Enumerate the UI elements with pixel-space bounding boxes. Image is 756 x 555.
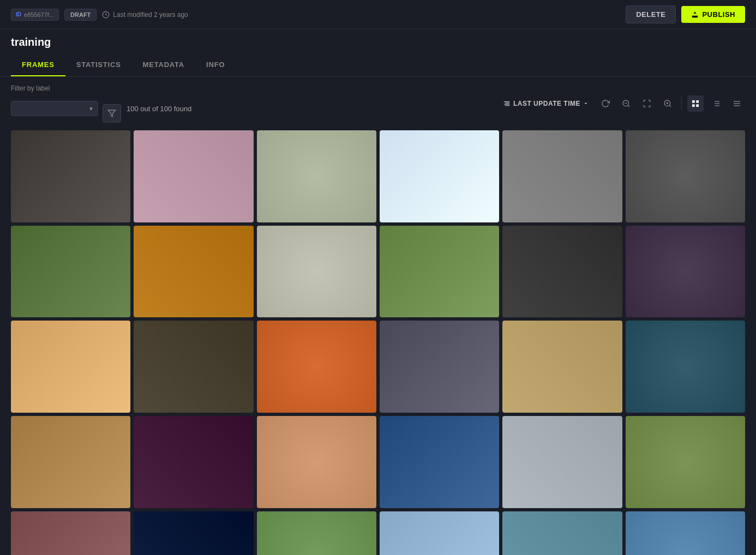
publish-label: PUBLISH	[702, 10, 735, 19]
zoom-out-icon	[622, 99, 631, 108]
grid-item[interactable]	[11, 416, 130, 508]
label-filter-wrapper: ▼	[11, 101, 98, 116]
grid-item[interactable]	[380, 511, 499, 555]
svg-rect-13	[692, 100, 695, 103]
grid-item[interactable]	[134, 511, 253, 555]
more-icon	[733, 99, 741, 108]
grid-item[interactable]	[257, 321, 376, 413]
grid-item[interactable]	[134, 226, 253, 318]
grid-item[interactable]	[11, 226, 130, 318]
tab-info[interactable]: INFO	[195, 54, 236, 76]
grid-item[interactable]	[502, 321, 622, 413]
grid-item[interactable]	[134, 130, 253, 222]
grid-item[interactable]	[380, 416, 499, 508]
grid-item[interactable]	[380, 226, 499, 318]
divider	[681, 97, 682, 110]
svg-rect-14	[696, 100, 699, 103]
sort-button[interactable]: LAST UPDATE TIME	[499, 96, 593, 111]
svg-rect-16	[692, 104, 695, 107]
upload-icon	[691, 11, 699, 19]
grid-view-button[interactable]	[687, 95, 704, 112]
label-filter-select[interactable]	[11, 101, 98, 116]
results-count: 100 out of 100 found	[127, 105, 191, 113]
grid-item[interactable]	[626, 416, 745, 508]
grid-item[interactable]	[11, 511, 130, 555]
grid-item[interactable]	[626, 130, 745, 222]
grid-item[interactable]	[134, 416, 253, 508]
id-badge: ID e855677f...	[11, 9, 59, 21]
filter-icon-button[interactable]	[103, 104, 121, 123]
grid-icon	[691, 99, 700, 108]
grid-item[interactable]	[380, 321, 499, 413]
clock-icon	[102, 11, 110, 19]
refresh-icon	[601, 99, 610, 108]
grid-item[interactable]	[257, 511, 376, 555]
delete-button[interactable]: DELETE	[626, 5, 676, 23]
sort-label: LAST UPDATE TIME	[513, 100, 580, 107]
svg-line-10	[669, 105, 671, 107]
list-view-button[interactable]	[708, 95, 724, 112]
more-options-button[interactable]	[729, 95, 745, 112]
grid-item[interactable]	[134, 321, 253, 413]
grid-item[interactable]	[502, 511, 622, 555]
svg-line-7	[628, 105, 629, 107]
tab-bar: FRAMES STATISTICS METADATA INFO	[0, 54, 756, 77]
status-badge: DRAFT	[64, 9, 97, 21]
grid-item[interactable]	[502, 226, 622, 318]
grid-item[interactable]	[11, 130, 130, 222]
svg-marker-1	[108, 110, 115, 117]
filter-label: Filter by label	[11, 85, 121, 92]
grid-item[interactable]	[626, 226, 745, 318]
tab-statistics[interactable]: STATISTICS	[65, 54, 132, 76]
fit-icon	[643, 99, 651, 108]
grid-item[interactable]	[502, 416, 622, 508]
funnel-icon	[107, 109, 116, 118]
grid-item[interactable]	[257, 226, 376, 318]
grid-item[interactable]	[257, 130, 376, 222]
svg-rect-15	[696, 104, 699, 107]
grid-item[interactable]	[626, 511, 745, 555]
toolbar: Filter by label ▼ 100 out of 100 found	[0, 77, 756, 130]
toolbar-right: LAST UPDATE TIME	[499, 95, 745, 112]
fit-button[interactable]	[639, 95, 655, 112]
grid-item[interactable]	[11, 321, 130, 413]
tab-metadata[interactable]: METADATA	[132, 54, 195, 76]
refresh-button[interactable]	[597, 95, 614, 112]
chevron-down-icon	[583, 101, 589, 106]
filter-group: Filter by label ▼	[11, 85, 121, 123]
sort-icon	[503, 100, 511, 107]
grid-item[interactable]	[626, 321, 745, 413]
grid-item[interactable]	[502, 130, 622, 222]
modified-time: Last modified 2 years ago	[102, 11, 188, 19]
grid-item[interactable]	[380, 130, 499, 222]
zoom-in-icon	[663, 99, 672, 108]
id-value: e855677f...	[24, 11, 54, 18]
zoom-in-button[interactable]	[659, 95, 676, 112]
publish-button[interactable]: PUBLISH	[681, 6, 745, 23]
page-title: training	[11, 36, 745, 49]
image-grid	[0, 130, 756, 555]
list-icon	[712, 99, 721, 108]
grid-item[interactable]	[257, 416, 376, 508]
zoom-out-button[interactable]	[618, 95, 634, 112]
modified-text: Last modified 2 years ago	[113, 11, 188, 19]
tab-frames[interactable]: FRAMES	[11, 54, 65, 76]
action-buttons: DELETE PUBLISH	[626, 5, 745, 23]
